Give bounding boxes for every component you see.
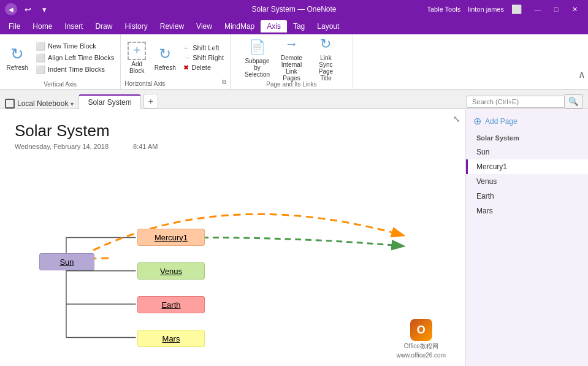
- undo-btn[interactable]: ↩: [21, 4, 35, 15]
- search-input[interactable]: [467, 96, 565, 108]
- demote-label: Demote InternalLink Pages: [278, 55, 305, 82]
- horizontal-axis-group: + AddBlock ↻ Refresh ← Shift Left → Shif…: [121, 34, 231, 89]
- indent-time-blocks-btn[interactable]: ⬜ Indent Time Blocks: [33, 64, 116, 75]
- link-sync-icon: ↻: [316, 34, 335, 54]
- subpage-label: Subpage bySelection: [245, 58, 270, 78]
- title-bar: ◀ ↩ ▾ Solar System — OneNote Table Tools…: [0, 0, 588, 18]
- align-left-time-blocks-btn[interactable]: ⬜ Align Left Time Blocks: [33, 53, 116, 63]
- add-page-icon: ⊕: [473, 115, 481, 127]
- page-links-group: 📄 Subpage bySelection → Demote InternalL…: [231, 34, 353, 89]
- delete-icon: ✖: [183, 64, 189, 72]
- expand-btn[interactable]: ⤡: [453, 114, 460, 124]
- menu-view[interactable]: View: [190, 20, 218, 32]
- right-sidebar: ⊕ Add Page Solar System Sun Mercury1 Ven…: [465, 109, 588, 366]
- menu-layout[interactable]: Layout: [311, 20, 345, 32]
- menu-mindmap[interactable]: MindMap: [218, 20, 261, 32]
- title-bar-right: Table Tools linton james ⬜ — □ ✕: [427, 3, 583, 15]
- page-meta: Wednesday, February 14, 2018 8:41 AM: [15, 143, 451, 150]
- menu-insert[interactable]: Insert: [58, 20, 89, 32]
- page-time: 8:41 AM: [133, 143, 158, 150]
- shift-left-icon: ←: [183, 44, 190, 51]
- indent-label: Indent Time Blocks: [48, 66, 105, 73]
- node-mercury1-label: Mercury1: [155, 233, 188, 242]
- node-mars[interactable]: Mars: [137, 330, 205, 347]
- minimize-btn[interactable]: —: [529, 3, 546, 15]
- vertical-axis-label: Vertical Axis: [44, 80, 77, 88]
- node-mars-label: Mars: [162, 334, 180, 343]
- shift-left-btn[interactable]: ← Shift Left: [181, 44, 226, 52]
- window-title: Solar System — OneNote: [251, 5, 336, 13]
- vertical-axis-buttons: ⬜ New Time Block ⬜ Align Left Time Block…: [33, 37, 116, 78]
- menu-history[interactable]: History: [118, 20, 153, 32]
- node-venus[interactable]: Venus: [137, 262, 205, 280]
- demote-btn[interactable]: → Demote InternalLink Pages: [275, 33, 307, 83]
- menu-axis[interactable]: Axis: [261, 20, 287, 32]
- vertical-refresh-btn[interactable]: ↻ Refresh: [4, 43, 31, 72]
- solar-system-tab[interactable]: Solar System: [78, 94, 140, 109]
- menu-draw[interactable]: Draw: [89, 20, 118, 32]
- profile-icon[interactable]: ⬜: [511, 4, 522, 14]
- sidebar-page-mercury1[interactable]: Mercury1: [466, 159, 588, 174]
- ribbon-collapse-btn[interactable]: ∧: [578, 69, 586, 80]
- title-bar-left: ◀ ↩ ▾: [5, 3, 50, 15]
- align-icon: ⬜: [36, 53, 45, 63]
- delete-btn[interactable]: ✖ Delete: [181, 63, 226, 72]
- watermark: O Office教程网 www.office26.com: [397, 319, 446, 359]
- indent-icon: ⬜: [36, 65, 45, 74]
- mindmap-area: Sun Mercury1 Venus Earth Mars O Office教程…: [15, 155, 451, 364]
- shift-right-btn[interactable]: → Shift Right: [181, 53, 226, 62]
- subpage-btn[interactable]: 📄 Subpage bySelection: [243, 36, 270, 79]
- shift-right-label: Shift Right: [193, 54, 224, 61]
- page-date: Wednesday, February 14, 2018: [15, 143, 109, 150]
- add-page-btn[interactable]: ⊕ Add Page: [466, 112, 588, 131]
- add-block-btn[interactable]: + AddBlock: [124, 40, 149, 75]
- node-sun-label: Sun: [59, 257, 74, 267]
- page-title: Solar System: [15, 121, 451, 140]
- search-box: 🔍: [467, 94, 583, 109]
- sidebar-page-mars[interactable]: Mars: [466, 204, 588, 218]
- page-links-label: Page and Its Links: [266, 80, 316, 88]
- close-btn[interactable]: ✕: [566, 3, 583, 15]
- node-sun[interactable]: Sun: [39, 253, 94, 270]
- node-earth-label: Earth: [161, 300, 180, 310]
- new-tab-btn[interactable]: +: [143, 94, 158, 109]
- menu-tag[interactable]: Tag: [287, 20, 311, 32]
- watermark-line2: www.office26.com: [397, 352, 446, 359]
- h-refresh-icon: ↻: [155, 44, 175, 64]
- menu-review[interactable]: Review: [154, 20, 190, 32]
- sidebar-page-earth[interactable]: Earth: [466, 189, 588, 204]
- add-page-label: Add Page: [485, 117, 517, 126]
- node-earth[interactable]: Earth: [137, 296, 205, 313]
- sidebar-page-sun[interactable]: Sun: [466, 145, 588, 159]
- link-sync-btn[interactable]: ↻ Link SyncPage Title: [312, 33, 339, 83]
- menu-home[interactable]: Home: [26, 20, 58, 32]
- notebook-name[interactable]: Local Notebook: [17, 99, 68, 108]
- refresh-icon: ↻: [7, 44, 27, 64]
- shift-left-label: Shift Left: [193, 44, 219, 51]
- new-time-block-label: New Time Block: [48, 42, 96, 50]
- page-content: ⤡ Solar System Wednesday, February 14, 2…: [0, 109, 465, 366]
- shift-delete-btns: ← Shift Left → Shift Right ✖ Delete: [181, 37, 226, 78]
- user-label: linton james: [468, 6, 504, 13]
- subpage-icon: 📄: [247, 37, 267, 57]
- horizontal-axis-expander[interactable]: ⧉: [222, 78, 226, 87]
- menu-file[interactable]: File: [2, 20, 26, 32]
- add-block-label: AddBlock: [129, 61, 144, 74]
- maximize-btn[interactable]: □: [548, 3, 565, 15]
- sidebar-solar-system-header[interactable]: Solar System: [466, 131, 588, 145]
- quick-access-btn[interactable]: ▾: [39, 4, 50, 15]
- ribbon: ↻ Refresh ⬜ New Time Block ⬜ Align Left …: [0, 34, 588, 90]
- notebook-dropdown-icon[interactable]: ▾: [71, 101, 74, 107]
- search-btn[interactable]: 🔍: [565, 94, 583, 109]
- h-refresh-label: Refresh: [155, 64, 176, 71]
- link-sync-label: Link SyncPage Title: [315, 55, 337, 82]
- node-mercury1[interactable]: Mercury1: [137, 229, 205, 246]
- main-area: ⤡ Solar System Wednesday, February 14, 2…: [0, 109, 588, 366]
- sidebar-page-venus[interactable]: Venus: [466, 174, 588, 189]
- horizontal-axis-label: Horizontal Axis: [124, 79, 165, 87]
- h-refresh-btn[interactable]: ↻ Refresh: [153, 43, 177, 72]
- new-time-block-btn[interactable]: ⬜ New Time Block: [33, 41, 116, 51]
- back-icon[interactable]: ◀: [5, 3, 17, 15]
- window-controls: — □ ✕: [529, 3, 583, 15]
- align-left-label: Align Left Time Blocks: [48, 54, 114, 61]
